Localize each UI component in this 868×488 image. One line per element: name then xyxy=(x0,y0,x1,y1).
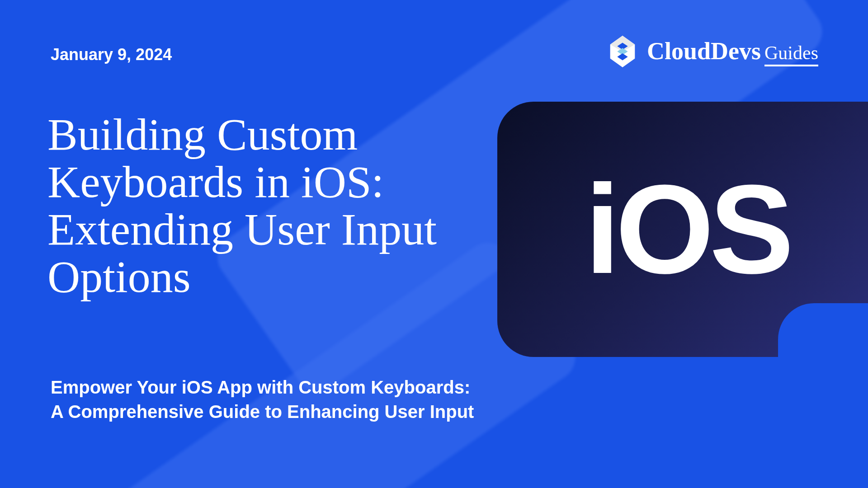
brand-name: CloudDevs xyxy=(647,37,761,65)
brand-category: Guides xyxy=(764,42,818,66)
brand-text: CloudDevs Guides xyxy=(647,37,818,66)
publication-date: January 9, 2024 xyxy=(51,45,172,64)
badge-corner-cutout xyxy=(778,303,868,357)
slide-content: January 9, 2024 Building Custom Keyboard… xyxy=(0,0,868,488)
ios-badge: iOS xyxy=(497,102,868,357)
subtitle: Empower Your iOS App with Custom Keyboar… xyxy=(51,375,474,424)
subtitle-line-2: A Comprehensive Guide to Enhancing User … xyxy=(51,399,474,424)
clouddevs-icon xyxy=(605,34,640,69)
main-title: Building Custom Keyboards in iOS: Extend… xyxy=(47,111,491,300)
ios-badge-text: iOS xyxy=(585,157,789,302)
subtitle-line-1: Empower Your iOS App with Custom Keyboar… xyxy=(51,375,474,399)
brand-logo-container: CloudDevs Guides xyxy=(605,34,818,69)
